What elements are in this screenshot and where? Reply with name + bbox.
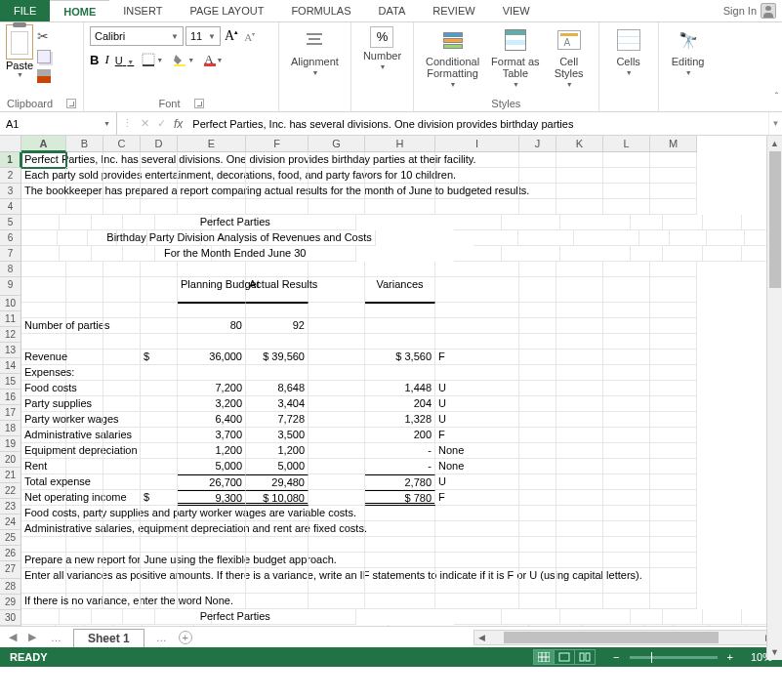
cell-K9[interactable]	[556, 277, 603, 303]
cell-C22[interactable]	[103, 490, 141, 506]
cell-L8[interactable]	[603, 262, 650, 277]
cell-K21[interactable]	[556, 474, 603, 490]
cell-H12[interactable]	[365, 334, 435, 350]
cell-L13[interactable]	[603, 350, 650, 365]
view-page-layout-button[interactable]	[554, 649, 575, 665]
cell-L21[interactable]	[603, 474, 650, 490]
cell-D25[interactable]	[141, 537, 178, 553]
cell-M21[interactable]	[650, 474, 697, 490]
sheet-nav-more[interactable]: …	[45, 632, 67, 643]
cell-H7[interactable]	[502, 246, 560, 262]
cell-C11[interactable]	[103, 318, 141, 334]
cell-I12[interactable]	[435, 334, 519, 350]
cell-A30[interactable]	[21, 625, 56, 626]
cell-I9[interactable]	[435, 277, 519, 303]
cell-M3[interactable]	[650, 184, 697, 199]
cell-A11[interactable]: Number of parties	[21, 318, 66, 334]
cell-K8[interactable]	[556, 262, 603, 277]
cell-M10[interactable]	[650, 303, 697, 318]
cell-J25[interactable]	[519, 537, 556, 553]
cell-L25[interactable]	[603, 537, 650, 553]
cell-G14[interactable]	[309, 365, 365, 381]
insert-function-button[interactable]: fx	[174, 117, 183, 131]
cell-F18[interactable]: 3,500	[246, 428, 309, 443]
cell-E12[interactable]	[178, 334, 246, 350]
cell-K28[interactable]	[556, 594, 603, 609]
cell-L6[interactable]	[707, 230, 744, 246]
cell-G20[interactable]	[309, 459, 365, 474]
row-header-19[interactable]: 19	[0, 436, 21, 452]
cancel-formula-button[interactable]: ✕	[141, 117, 149, 130]
cell-F15[interactable]: 8,648	[246, 381, 309, 396]
cell-I26[interactable]	[435, 553, 519, 568]
cell-D12[interactable]	[141, 334, 178, 350]
cell-E11[interactable]: 80	[178, 318, 246, 334]
cell-F14[interactable]	[246, 365, 309, 381]
clipboard-dialog-launcher[interactable]	[66, 99, 76, 108]
cell-J21[interactable]	[519, 474, 556, 490]
cell-C15[interactable]	[103, 381, 141, 396]
tab-view[interactable]: VIEW	[489, 0, 544, 21]
cell-A18[interactable]: Administrative salaries	[21, 428, 66, 443]
cell-D3[interactable]	[141, 184, 178, 199]
cell-B5[interactable]	[60, 215, 91, 230]
cell-E3[interactable]	[178, 184, 246, 199]
grow-font-button[interactable]: A▴	[223, 28, 240, 44]
cell-G2[interactable]	[309, 168, 365, 184]
cell-C25[interactable]	[103, 537, 141, 553]
cell-E10[interactable]	[178, 303, 246, 318]
cell-F13[interactable]: $ 39,560	[246, 350, 309, 365]
row-header-30[interactable]: 30	[0, 610, 21, 626]
zoom-in-button[interactable]: +	[723, 651, 737, 663]
cell-J17[interactable]	[519, 412, 556, 428]
cell-C28[interactable]	[103, 594, 141, 609]
cell-F21[interactable]: 29,480	[246, 474, 309, 490]
cell-C19[interactable]	[103, 443, 141, 459]
cell-E17[interactable]: 6,400	[178, 412, 246, 428]
row-header-28[interactable]: 28	[0, 579, 21, 595]
cell-H10[interactable]	[365, 303, 435, 318]
cell-L20[interactable]	[603, 459, 650, 474]
cell-L11[interactable]	[603, 318, 650, 334]
cell-D13[interactable]: $	[141, 350, 178, 365]
copy-button[interactable]	[37, 50, 51, 63]
cell-L7[interactable]	[703, 246, 743, 262]
cell-J16[interactable]	[519, 396, 556, 412]
cell-G9[interactable]	[309, 277, 365, 303]
cell-J14[interactable]	[519, 365, 556, 381]
cell-F12[interactable]	[246, 334, 309, 350]
cell-J13[interactable]	[519, 350, 556, 365]
cell-A21[interactable]: Total expense	[21, 474, 66, 490]
cell-J10[interactable]	[519, 303, 556, 318]
cell-K30[interactable]	[674, 625, 710, 626]
cell-B26[interactable]	[66, 553, 103, 568]
cell-F24[interactable]	[246, 521, 309, 537]
cell-I8[interactable]	[435, 262, 519, 277]
underline-button[interactable]: U ▼	[115, 53, 135, 67]
cell-K18[interactable]	[556, 428, 603, 443]
cell-L28[interactable]	[603, 594, 650, 609]
expand-formula-bar[interactable]: ▼	[768, 112, 782, 135]
row-header-25[interactable]: 25	[0, 530, 21, 546]
cell-I28[interactable]	[435, 594, 519, 609]
cell-G25[interactable]	[309, 537, 365, 553]
cell-D19[interactable]	[141, 443, 178, 459]
cell-C9[interactable]	[103, 277, 141, 303]
horizontal-scrollbar[interactable]: ◀▶	[473, 630, 776, 645]
cell-F9[interactable]: Actual Results	[246, 277, 309, 303]
cell-F1[interactable]	[246, 152, 309, 168]
cell-G3[interactable]	[309, 184, 365, 199]
cell-J26[interactable]	[519, 553, 556, 568]
font-color-button[interactable]: A▼	[202, 50, 225, 69]
cell-B10[interactable]	[66, 303, 103, 318]
cell-E21[interactable]: 26,700	[178, 474, 246, 490]
cell-B23[interactable]	[66, 506, 103, 521]
cell-G26[interactable]	[309, 553, 365, 568]
cell-H21[interactable]: 2,780	[365, 474, 435, 490]
cell-G5[interactable]	[454, 215, 502, 230]
cell-L17[interactable]	[603, 412, 650, 428]
cell-C4[interactable]	[103, 199, 141, 215]
tab-formulas[interactable]: FORMULAS	[277, 0, 364, 21]
cell-M23[interactable]	[650, 506, 697, 521]
cell-K11[interactable]	[556, 318, 603, 334]
